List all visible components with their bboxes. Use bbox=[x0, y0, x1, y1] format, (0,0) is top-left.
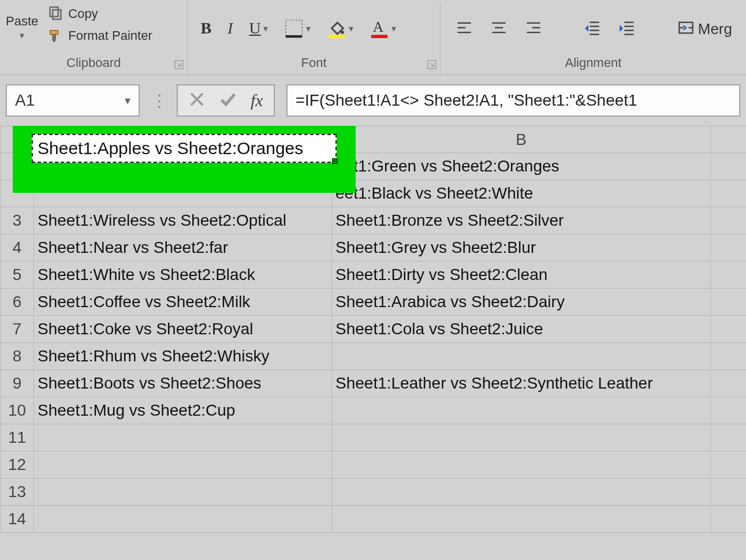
cell[interactable] bbox=[332, 397, 711, 424]
cell[interactable]: Sheet1:Mug vs Sheet2:Cup bbox=[34, 397, 332, 424]
cell[interactable]: Sheet1:Arabica vs Sheet2:Dairy bbox=[332, 289, 711, 316]
cell[interactable]: Sheet1:Near vs Sheet2:far bbox=[34, 234, 332, 262]
row-header[interactable]: 7 bbox=[1, 316, 34, 343]
chevron-down-icon[interactable]: ▾ bbox=[263, 23, 268, 34]
grid-area: Sheet1:Apples vs Sheet2:Oranges B eet1:G… bbox=[0, 126, 746, 533]
row-header[interactable]: 6 bbox=[1, 289, 34, 316]
copy-label: Copy bbox=[68, 6, 98, 21]
cell[interactable] bbox=[711, 289, 747, 316]
cell[interactable] bbox=[332, 451, 711, 479]
table-row: 10Sheet1:Mug vs Sheet2:Cup bbox=[1, 397, 747, 424]
bold-button[interactable]: B bbox=[200, 19, 211, 38]
svg-text:A: A bbox=[372, 18, 383, 35]
ribbon-group-label-font: Font bbox=[193, 53, 434, 75]
row-header[interactable]: 11 bbox=[1, 424, 34, 451]
cell[interactable]: Sheet1:Cola vs Sheet2:Juice bbox=[332, 316, 711, 343]
selected-cell[interactable]: Sheet1:Apples vs Sheet2:Oranges bbox=[32, 134, 337, 163]
cell[interactable] bbox=[711, 262, 747, 289]
selected-cell-value: Sheet1:Apples vs Sheet2:Oranges bbox=[38, 139, 303, 158]
cell[interactable] bbox=[711, 207, 747, 234]
increase-indent-button[interactable] bbox=[617, 20, 637, 38]
cell[interactable] bbox=[332, 424, 711, 451]
copy-button[interactable]: Copy bbox=[47, 6, 152, 21]
align-left-button[interactable] bbox=[454, 20, 474, 38]
formula-input[interactable]: =IF(Sheet1!A1<> Sheet2!A1, "Sheet1:"&She… bbox=[286, 84, 740, 117]
cell[interactable]: Sheet1:Rhum vs Sheet2:Whisky bbox=[34, 343, 332, 370]
paste-button[interactable]: Paste ▾ bbox=[6, 14, 43, 41]
cancel-button[interactable] bbox=[188, 91, 206, 110]
paint-bucket-icon bbox=[327, 19, 346, 38]
cell[interactable]: Sheet1:Grey vs Sheet2:Blur bbox=[332, 234, 711, 262]
row-header[interactable]: 8 bbox=[1, 343, 34, 370]
formula-bar-buttons: fx bbox=[177, 84, 275, 117]
row-header[interactable]: 4 bbox=[1, 234, 34, 262]
row-header[interactable]: 5 bbox=[1, 262, 34, 289]
fill-handle[interactable] bbox=[332, 158, 338, 164]
table-row: 6Sheet1:Coffee vs Sheet2:MilkSheet1:Arab… bbox=[1, 289, 747, 316]
cell[interactable] bbox=[34, 451, 332, 479]
row-header[interactable]: 13 bbox=[1, 479, 34, 506]
borders-icon bbox=[284, 19, 304, 38]
dialog-launcher-icon[interactable] bbox=[174, 60, 184, 69]
cell[interactable] bbox=[34, 424, 332, 451]
cell[interactable]: Sheet1:Coffee vs Sheet2:Milk bbox=[34, 289, 332, 316]
underline-button[interactable]: U bbox=[249, 19, 260, 38]
cell[interactable]: Sheet1:Bronze vs Sheet2:Silver bbox=[332, 207, 711, 234]
cell[interactable] bbox=[711, 316, 747, 343]
cell[interactable]: eet1:Black vs Sheet2:White bbox=[332, 180, 711, 207]
cell[interactable] bbox=[711, 343, 747, 370]
cell[interactable] bbox=[711, 180, 747, 207]
ribbon-group-label-alignment: Alignment bbox=[446, 53, 740, 75]
name-box[interactable]: A1 ▾ bbox=[6, 84, 140, 117]
svg-rect-1 bbox=[53, 10, 61, 19]
highlight-overlay: Sheet1:Apples vs Sheet2:Oranges bbox=[13, 126, 356, 193]
font-color-button[interactable]: A ▾ bbox=[370, 19, 396, 38]
table-row: 13 bbox=[1, 479, 747, 506]
cell[interactable] bbox=[711, 424, 747, 451]
column-header-c[interactable] bbox=[711, 126, 747, 153]
cell[interactable] bbox=[711, 370, 747, 397]
row-header[interactable]: 12 bbox=[1, 451, 34, 479]
cell[interactable]: Sheet1:Wireless vs Sheet2:Optical bbox=[34, 207, 332, 234]
cell[interactable] bbox=[711, 153, 747, 180]
name-box-value: A1 bbox=[15, 91, 35, 110]
decrease-indent-button[interactable] bbox=[583, 20, 602, 38]
row-header[interactable]: 9 bbox=[1, 370, 34, 397]
ribbon-group-alignment: Merg Alignment bbox=[441, 1, 746, 75]
align-center-button[interactable] bbox=[489, 20, 509, 38]
insert-function-button[interactable]: fx bbox=[251, 91, 263, 110]
cell[interactable]: Sheet1:Coke vs Sheet2:Royal bbox=[34, 316, 332, 343]
cell[interactable] bbox=[711, 479, 747, 506]
dialog-launcher-icon[interactable] bbox=[427, 60, 437, 69]
cell[interactable] bbox=[332, 506, 711, 533]
merge-button[interactable]: Merg bbox=[676, 20, 732, 38]
italic-button[interactable]: I bbox=[227, 19, 233, 38]
row-header[interactable]: 10 bbox=[1, 397, 34, 424]
cell[interactable]: Sheet1:Leather vs Sheet2:Synthetic Leath… bbox=[332, 370, 711, 397]
cell[interactable]: Sheet1:Boots vs Sheet2:Shoes bbox=[34, 370, 332, 397]
cell[interactable] bbox=[711, 451, 747, 479]
cell[interactable] bbox=[711, 397, 747, 424]
separator-dots-icon: ⋮ bbox=[151, 91, 165, 110]
cell[interactable]: Sheet1:White vs Sheet2:Black bbox=[34, 262, 332, 289]
cell[interactable] bbox=[332, 479, 711, 506]
fill-color-button[interactable]: ▾ bbox=[327, 19, 353, 38]
borders-button[interactable]: ▾ bbox=[284, 19, 311, 38]
cell[interactable] bbox=[711, 234, 747, 262]
cell[interactable] bbox=[34, 479, 332, 506]
chevron-down-icon: ▾ bbox=[349, 23, 353, 34]
enter-button[interactable] bbox=[219, 91, 237, 110]
cell[interactable] bbox=[34, 506, 332, 533]
align-right-button[interactable] bbox=[524, 20, 543, 38]
cell[interactable] bbox=[332, 343, 711, 370]
svg-rect-8 bbox=[371, 35, 387, 38]
row-header[interactable]: 14 bbox=[1, 506, 34, 533]
table-row: 7Sheet1:Coke vs Sheet2:RoyalSheet1:Cola … bbox=[1, 316, 747, 343]
cell[interactable] bbox=[711, 506, 747, 533]
row-header[interactable]: 3 bbox=[1, 207, 34, 234]
cell[interactable]: eet1:Green vs Sheet2:Oranges bbox=[332, 153, 711, 180]
table-row: 14 bbox=[1, 506, 747, 533]
column-header-b[interactable]: B bbox=[332, 126, 711, 153]
format-painter-button[interactable]: Format Painter bbox=[47, 28, 152, 43]
cell[interactable]: Sheet1:Dirty vs Sheet2:Clean bbox=[332, 262, 711, 289]
